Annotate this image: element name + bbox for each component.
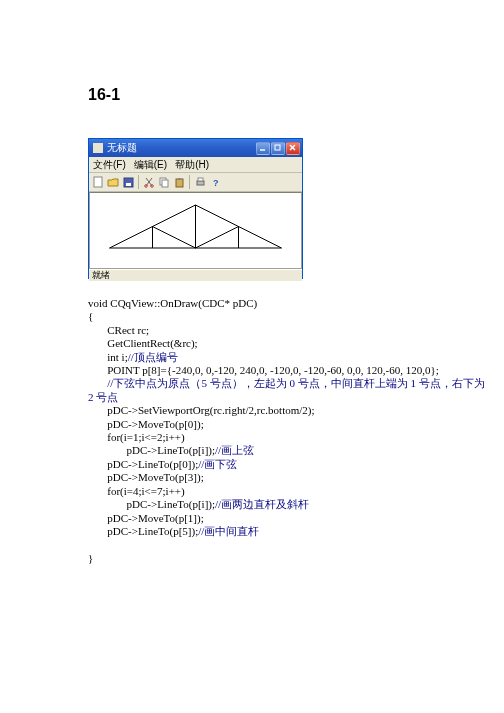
print-icon[interactable] (193, 175, 207, 189)
help-icon[interactable]: ? (208, 175, 222, 189)
svg-rect-4 (94, 177, 102, 187)
titlebar: 无标题 (89, 139, 302, 157)
code-comment: //画下弦 (198, 458, 237, 470)
code-line: CRect rc; (88, 324, 149, 336)
toolbar-separator (138, 175, 139, 189)
window-buttons (256, 142, 300, 155)
code-line: POINT p[8]={-240,0, 0,-120, 240,0, -120,… (88, 364, 439, 376)
code-comment: 号点），左起为 (207, 377, 290, 389)
code-line: } (88, 552, 93, 564)
app-window: 无标题 文件(F) 编辑(E) 帮助(H) (88, 138, 303, 279)
code-line: pDC->MoveTo(p[0]); (88, 418, 204, 430)
code-block: void CQqView::OnDraw(CDC* pDC) { CRect r… (88, 297, 416, 565)
maximize-button[interactable] (271, 142, 285, 155)
svg-text:?: ? (213, 178, 219, 188)
toolbar-separator (189, 175, 190, 189)
svg-rect-1 (275, 145, 280, 150)
app-icon (93, 143, 103, 153)
code-comment: 号点，右下为 (416, 377, 485, 389)
menu-edit[interactable]: 编辑(E) (134, 158, 167, 172)
svg-rect-12 (162, 180, 168, 187)
svg-rect-6 (126, 183, 131, 186)
close-button[interactable] (286, 142, 300, 155)
minimize-button[interactable] (256, 142, 270, 155)
code-line: pDC->LineTo(p[i]); (88, 498, 215, 510)
page-heading: 16-1 (88, 86, 416, 104)
svg-rect-14 (178, 178, 181, 180)
code-comment: //下弦中点为原点（ (107, 377, 201, 389)
code-line: GetClientRect(&rc); (88, 337, 198, 349)
code-line: for(i=4;i<=7;i++) (88, 485, 185, 497)
code-line: { (88, 310, 93, 322)
svg-rect-16 (198, 178, 203, 181)
status-text: 就绪 (92, 269, 110, 282)
code-line: pDC->MoveTo(p[3]); (88, 471, 204, 483)
code-line: pDC->SetViewportOrg(rc.right/2,rc.bottom… (88, 404, 315, 416)
status-bar: 就绪 (89, 269, 302, 281)
menu-help[interactable]: 帮助(H) (175, 158, 209, 172)
code-comment: //顶点编号 (128, 351, 178, 363)
code-line: pDC->LineTo(p[5]); (88, 525, 198, 537)
code-line: pDC->MoveTo(p[1]); (88, 512, 204, 524)
new-file-icon[interactable] (91, 175, 105, 189)
window-title: 无标题 (107, 141, 256, 155)
cut-icon[interactable] (142, 175, 156, 189)
copy-icon[interactable] (157, 175, 171, 189)
code-line: int i; (88, 351, 128, 363)
code-line (88, 377, 107, 389)
drawing-canvas (89, 192, 302, 269)
menu-file[interactable]: 文件(F) (93, 158, 126, 172)
svg-rect-15 (197, 181, 204, 185)
paste-icon[interactable] (172, 175, 186, 189)
code-line: pDC->LineTo(p[i]); (88, 444, 215, 456)
svg-rect-13 (176, 179, 183, 187)
menu-bar: 文件(F) 编辑(E) 帮助(H) (89, 157, 302, 173)
code-comment: //画上弦 (215, 444, 254, 456)
save-icon[interactable] (121, 175, 135, 189)
code-comment: 号点，中间直杆上端为 (295, 377, 411, 389)
code-line: void CQqView::OnDraw(CDC* pDC) (88, 297, 257, 309)
code-comment: //画两边直杆及斜杆 (215, 498, 309, 510)
code-line: for(i=1;i<=2;i++) (88, 431, 185, 443)
code-comment: 号点 (94, 391, 119, 403)
code-comment: //画中间直杆 (198, 525, 259, 537)
code-line: pDC->LineTo(p[0]); (88, 458, 198, 470)
open-file-icon[interactable] (106, 175, 120, 189)
tool-bar: ? (89, 173, 302, 192)
